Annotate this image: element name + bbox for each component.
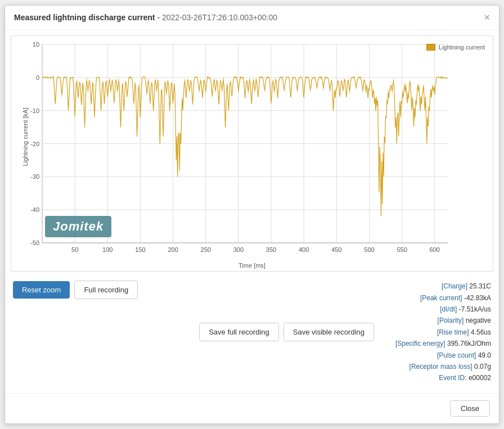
title-main: Measured lightning discharge current	[14, 13, 155, 22]
chart-canvas[interactable]	[11, 36, 493, 271]
stat-key: [Rise time]	[437, 328, 469, 336]
stat-line: [Specific energy] 395.76kJ/Ohm	[379, 338, 491, 349]
title-date: 2022-03-26T17:26:10.003+00:00	[162, 13, 277, 22]
chart-container: Lightning current [kA] Jomitek Lightning…	[11, 35, 493, 272]
stat-value: negative	[464, 317, 491, 324]
stats-panel: [Charge] 25.31C[Peak current] -42.83kA[d…	[379, 281, 491, 384]
y-axis-label: Lightning current [kA]	[22, 141, 29, 166]
save-full-recording-button[interactable]: Save full recording	[199, 323, 279, 341]
stat-value: 395.76kJ/Ohm	[446, 340, 491, 347]
stat-key: [Charge]	[442, 282, 467, 290]
stat-line: [dI/dt] -7.51kA/us	[379, 304, 491, 315]
stat-key: Event ID:	[439, 374, 466, 382]
stat-value: 4.56us	[469, 328, 491, 336]
stat-key: [dI/dt]	[440, 305, 457, 313]
stat-key: [Receptor mass loss]	[410, 363, 472, 371]
stat-key: [Peak current]	[420, 294, 462, 302]
legend-label: Lightning current	[439, 44, 485, 51]
stat-value: 25.31C	[467, 282, 491, 290]
stat-value: -7.51kA/us	[457, 305, 491, 313]
save-visible-recording-button[interactable]: Save visible recording	[284, 323, 374, 341]
modal-header: Measured lightning discharge current - 2…	[5, 6, 499, 30]
chart-area: Lightning current [kA] Jomitek Lightning…	[5, 30, 499, 272]
title-separator: -	[157, 13, 162, 22]
controls-right: Save full recording Save visible recordi…	[199, 281, 491, 384]
stat-line: Event ID: e00002	[379, 372, 491, 383]
x-axis-label: Time [ms]	[238, 262, 266, 269]
stat-key: [Pulse count]	[437, 351, 476, 359]
full-recording-button[interactable]: Full recording	[74, 281, 138, 299]
stat-line: [Rise time] 4.56us	[379, 327, 491, 338]
stat-value: e00002	[467, 374, 491, 382]
close-x-button[interactable]: ×	[484, 12, 490, 22]
stat-value: -42.83kA	[462, 294, 491, 302]
legend-color-box	[426, 44, 435, 51]
modal-container: Measured lightning discharge current - 2…	[4, 5, 500, 424]
modal-title: Measured lightning discharge current - 2…	[14, 13, 277, 22]
stat-key: [Specific energy]	[395, 340, 446, 347]
controls-bar: Reset zoom Full recording Save full reco…	[5, 272, 499, 393]
stat-line: [Peak current] -42.83kA	[379, 292, 491, 304]
modal-footer: Close	[5, 393, 499, 423]
stat-line: [Pulse count] 49.0	[379, 350, 491, 361]
stat-value: 49.0	[476, 351, 491, 359]
stat-line: [Polarity] negative	[379, 315, 491, 326]
stat-line: [Charge] 25.31C	[379, 281, 491, 292]
stat-key: [Polarity]	[438, 317, 464, 324]
stat-value: 0.07g	[472, 363, 491, 371]
stat-line: [Receptor mass loss] 0.07g	[379, 361, 491, 372]
chart-legend: Lightning current	[426, 44, 485, 51]
reset-zoom-button[interactable]: Reset zoom	[13, 281, 70, 299]
close-modal-button[interactable]: Close	[450, 400, 490, 417]
controls-left: Reset zoom Full recording	[13, 281, 138, 299]
